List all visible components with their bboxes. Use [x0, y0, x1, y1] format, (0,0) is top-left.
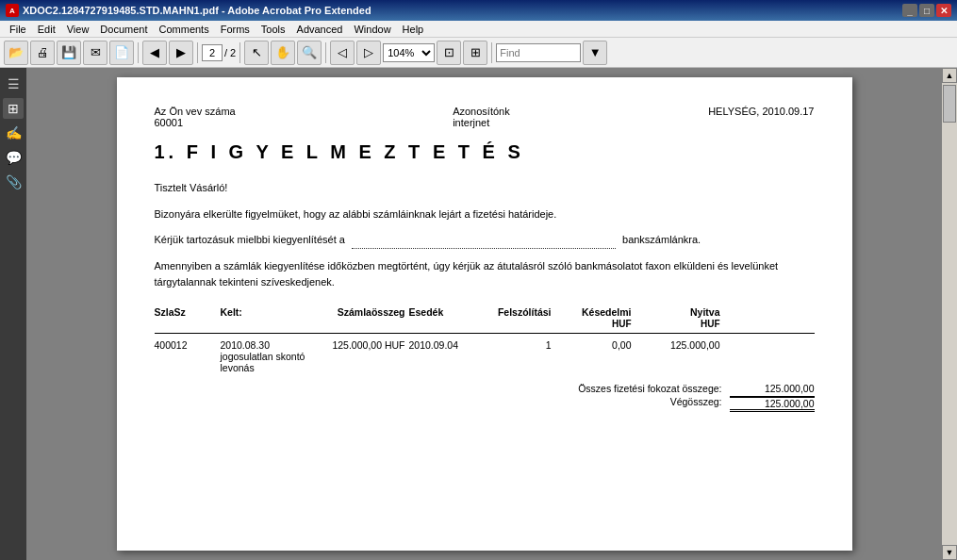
para2-post: bankszámlánkra. — [622, 234, 701, 245]
cell-szlasz: 400012 — [155, 339, 221, 373]
cell-keselmi: 0,00 — [555, 339, 635, 373]
page-separator: / 2 — [224, 47, 236, 58]
footer-vegossz-value: 125.000,00 — [730, 396, 815, 412]
zoom-out[interactable]: ◁ — [330, 41, 355, 65]
doc-title: 1. F I G Y E L M E Z T E T É S — [155, 141, 815, 163]
cell-kelt: 2010.08.30jogosulatlan skontó levonás — [221, 339, 305, 373]
page-input[interactable] — [202, 44, 223, 61]
para3: Amennyiben a számlák kiegyenlítése időkö… — [155, 258, 815, 291]
forward-button[interactable]: ▶ — [169, 41, 193, 65]
menu-document[interactable]: Document — [94, 21, 153, 37]
th-szamla: Számlaösszeg — [305, 306, 409, 329]
para2: Kérjük tartozásuk mielbbi kiegyenlítését… — [155, 232, 815, 249]
th-kelt: Kelt: — [221, 306, 305, 329]
menu-file[interactable]: File — [4, 21, 32, 37]
cell-nyitva: 125.000,00 — [635, 339, 720, 373]
header-right: HELYSÉG, 2010.09.17 — [708, 106, 814, 128]
zoom-select[interactable]: 50% 75% 100% 104% 125% 150% 200% — [383, 43, 435, 62]
window-controls: _ □ ✕ — [902, 4, 951, 17]
header-customer-value: 60001 — [155, 117, 236, 128]
pages-button[interactable]: ⊞ — [3, 98, 24, 119]
th-esedek: Esedék — [409, 306, 489, 329]
th-szlasz: SzlaSz — [155, 306, 221, 329]
footer-osszes: Összes fizetési fokozat összege: 125.000… — [155, 383, 815, 394]
menu-view[interactable]: View — [61, 21, 95, 37]
menu-edit[interactable]: Edit — [32, 21, 61, 37]
email-button[interactable]: ✉ — [83, 41, 107, 65]
comment-button[interactable]: 💬 — [3, 147, 24, 168]
find-area: ▼ — [496, 41, 607, 65]
sidebar: ☰ ⊞ ✍ 💬 📎 — [0, 68, 26, 560]
fit-page[interactable]: ⊡ — [437, 41, 461, 65]
scroll-thumb[interactable] — [943, 85, 956, 123]
cell-szamla: 125.000,00 HUF — [305, 339, 409, 373]
toolbar-separator-2 — [197, 42, 198, 63]
menu-window[interactable]: Window — [348, 21, 396, 37]
signature-button[interactable]: ✍ — [3, 123, 24, 143]
page-nav: / 2 — [202, 44, 236, 61]
bookmarks-button[interactable]: ☰ — [3, 74, 24, 94]
fit-width[interactable]: ⊞ — [463, 41, 487, 65]
doc-header: Az Ön vev száma 60001 Azonosítónk interj… — [155, 106, 815, 128]
maximize-button[interactable]: □ — [919, 4, 934, 17]
minimize-button[interactable]: _ — [902, 4, 917, 17]
menu-comments[interactable]: Comments — [154, 21, 215, 37]
pdf-page: Az Ön vev száma 60001 Azonosítónk interj… — [117, 77, 852, 551]
scroll-up[interactable]: ▲ — [942, 68, 957, 83]
menu-tools[interactable]: Tools — [256, 21, 291, 37]
toolbar-separator-5 — [491, 42, 492, 63]
close-button[interactable]: ✕ — [936, 4, 951, 17]
th-felsz: Felszólítási — [489, 306, 555, 329]
doc-body: Tisztelt Vásárló! Bizonyára elkerülte fi… — [155, 180, 815, 291]
header-id-label: Azonosítónk — [453, 106, 510, 117]
cell-felsz: 1 — [489, 339, 555, 373]
find-input[interactable] — [496, 43, 581, 62]
para2-pre: Kérjük tartozásuk mielbbi kiegyenlítését… — [155, 234, 345, 245]
footer-vegossz: Végösszeg: 125.000,00 — [155, 396, 815, 412]
open-button[interactable]: 📂 — [4, 41, 28, 65]
content-area: Az Ön vev száma 60001 Azonosítónk interj… — [26, 68, 942, 560]
footer-osszes-label: Összes fizetési fokozat összege: — [541, 383, 730, 394]
scrollbar[interactable]: ▲ ▼ — [942, 68, 957, 560]
menu-help[interactable]: Help — [397, 21, 430, 37]
cell-esedek: 2010.09.04 — [409, 339, 489, 373]
menu-advanced[interactable]: Advanced — [291, 21, 349, 37]
toolbar-separator-3 — [239, 42, 240, 63]
header-customer-label: Az Ön vev száma — [155, 106, 236, 117]
app-icon: A — [6, 4, 19, 17]
para1: Bizonyára elkerülte figyelmüket, hogy az… — [155, 206, 815, 223]
attachments-button[interactable]: 📎 — [3, 172, 24, 192]
header-center: Azonosítónk interjnet — [453, 106, 510, 128]
th-nyitva: NyitvaHUF — [635, 306, 720, 329]
doc-table: SzlaSz Kelt: Számlaösszeg Esedék Felszól… — [155, 306, 815, 412]
save-button[interactable]: 💾 — [57, 41, 81, 65]
table-footer: Összes fizetési fokozat összege: 125.000… — [155, 383, 815, 412]
cell-note: jogosulatlan skontó levonás — [221, 351, 305, 373]
select-tool[interactable]: ↖ — [244, 41, 269, 65]
table-header: SzlaSz Kelt: Számlaösszeg Esedék Felszól… — [155, 306, 815, 334]
scroll-down[interactable]: ▼ — [942, 545, 957, 560]
footer-vegossz-label: Végösszeg: — [541, 396, 730, 412]
zoom-marquee[interactable]: 🔍 — [297, 41, 322, 65]
footer-osszes-value: 125.000,00 — [730, 383, 815, 394]
dot-line — [352, 248, 616, 249]
menu-forms[interactable]: Forms — [215, 21, 256, 37]
main-area: ☰ ⊞ ✍ 💬 📎 Az Ön vev száma 60001 Azonosít… — [0, 68, 957, 560]
table-row: 400012 2010.08.30jogosulatlan skontó lev… — [155, 339, 815, 373]
back-button[interactable]: ◀ — [142, 41, 167, 65]
toolbar-separator-1 — [138, 42, 139, 63]
print-button[interactable]: 🖨 — [30, 41, 55, 65]
toolbar: 📂 🖨 💾 ✉ 📄 ◀ ▶ / 2 ↖ ✋ 🔍 ◁ ▷ 50% 75% 100%… — [0, 38, 957, 68]
window-title: XDOC2.1284727919485.STD.MAHN1.pdf - Adob… — [23, 5, 371, 16]
toolbar-separator-4 — [325, 42, 326, 63]
greeting: Tisztelt Vásárló! — [155, 180, 815, 197]
title-bar: A XDOC2.1284727919485.STD.MAHN1.pdf - Ad… — [0, 0, 957, 21]
header-left: Az Ön vev száma 60001 — [155, 106, 236, 128]
find-dropdown[interactable]: ▼ — [583, 41, 607, 65]
zoom-in[interactable]: ▷ — [356, 41, 381, 65]
th-keselmi: KésedelmiHUF — [555, 306, 635, 329]
header-id-value: interjnet — [453, 117, 510, 128]
hand-tool[interactable]: ✋ — [271, 41, 295, 65]
attach-button[interactable]: 📄 — [109, 41, 134, 65]
menu-bar: File Edit View Document Comments Forms T… — [0, 21, 957, 38]
